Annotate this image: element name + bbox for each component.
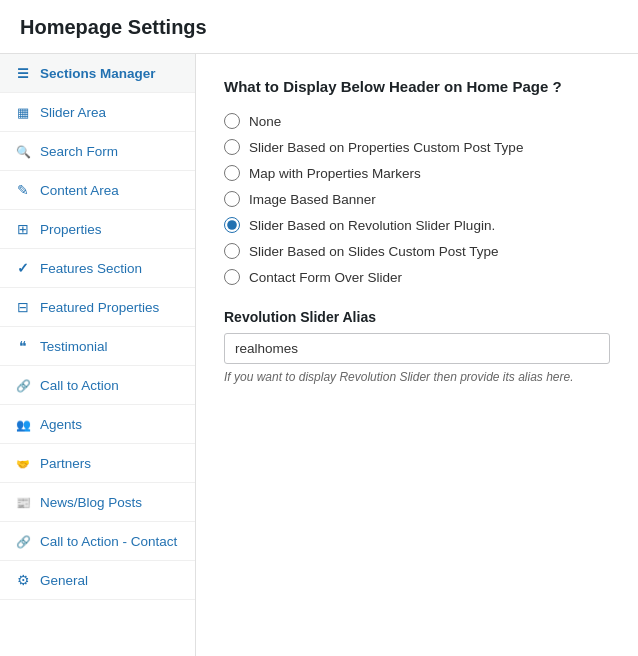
section-question: What to Display Below Header on Home Pag… xyxy=(224,78,610,95)
sidebar-label-general: General xyxy=(40,573,88,588)
sidebar-item-slider-area[interactable]: Slider Area xyxy=(0,93,195,132)
sidebar-label-content-area: Content Area xyxy=(40,183,119,198)
featured-icon xyxy=(14,299,32,315)
radio-revolution-slider[interactable] xyxy=(224,217,240,233)
sidebar-item-content-area[interactable]: Content Area xyxy=(0,171,195,210)
radio-label-none: None xyxy=(249,114,281,129)
radio-label-slides-custom: Slider Based on Slides Custom Post Type xyxy=(249,244,499,259)
sidebar-label-properties: Properties xyxy=(40,222,102,237)
radio-image-banner[interactable] xyxy=(224,191,240,207)
page-title: Homepage Settings xyxy=(0,0,638,54)
radio-item-revolution-slider[interactable]: Slider Based on Revolution Slider Plugin… xyxy=(224,217,610,233)
sidebar-item-general[interactable]: General xyxy=(0,561,195,600)
partners-icon xyxy=(14,455,32,471)
sidebar-item-sections-manager[interactable]: Sections Manager xyxy=(0,54,195,93)
radio-item-contact-form-slider[interactable]: Contact Form Over Slider xyxy=(224,269,610,285)
sidebar-item-news-blog-posts[interactable]: News/Blog Posts xyxy=(0,483,195,522)
radio-group: NoneSlider Based on Properties Custom Po… xyxy=(224,113,610,285)
radio-label-map-markers: Map with Properties Markers xyxy=(249,166,421,181)
sidebar-label-search-form: Search Form xyxy=(40,144,118,159)
radio-label-image-banner: Image Based Banner xyxy=(249,192,376,207)
sidebar-label-testimonial: Testimonial xyxy=(40,339,108,354)
news-icon xyxy=(14,494,32,510)
sidebar-item-testimonial[interactable]: Testimonial xyxy=(0,327,195,366)
page-wrapper: Homepage Settings Sections ManagerSlider… xyxy=(0,0,638,656)
sidebar-item-partners[interactable]: Partners xyxy=(0,444,195,483)
sidebar-label-news-blog-posts: News/Blog Posts xyxy=(40,495,142,510)
sidebar-label-agents: Agents xyxy=(40,417,82,432)
radio-item-slides-custom[interactable]: Slider Based on Slides Custom Post Type xyxy=(224,243,610,259)
sidebar-item-featured-properties[interactable]: Featured Properties xyxy=(0,288,195,327)
sidebar-label-features-section: Features Section xyxy=(40,261,142,276)
sidebar-label-call-to-action: Call to Action xyxy=(40,378,119,393)
content-panel: What to Display Below Header on Home Pag… xyxy=(196,54,638,656)
sidebar-item-properties[interactable]: Properties xyxy=(0,210,195,249)
radio-none[interactable] xyxy=(224,113,240,129)
radio-item-none[interactable]: None xyxy=(224,113,610,129)
alias-input[interactable] xyxy=(224,333,610,364)
sidebar-label-sections-manager: Sections Manager xyxy=(40,66,156,81)
alias-hint: If you want to display Revolution Slider… xyxy=(224,370,610,384)
sidebar-item-call-to-action-contact[interactable]: Call to Action - Contact xyxy=(0,522,195,561)
main-layout: Sections ManagerSlider AreaSearch FormCo… xyxy=(0,54,638,656)
sidebar-item-search-form[interactable]: Search Form xyxy=(0,132,195,171)
sidebar-item-agents[interactable]: Agents xyxy=(0,405,195,444)
sidebar-item-call-to-action[interactable]: Call to Action xyxy=(0,366,195,405)
sidebar: Sections ManagerSlider AreaSearch FormCo… xyxy=(0,54,196,656)
sidebar-item-features-section[interactable]: Features Section xyxy=(0,249,195,288)
menu-icon xyxy=(14,65,32,81)
quote-icon xyxy=(14,338,32,354)
link-icon xyxy=(14,377,32,393)
search-icon xyxy=(14,143,32,159)
cta-contact-icon xyxy=(14,533,32,549)
radio-label-contact-form-slider: Contact Form Over Slider xyxy=(249,270,402,285)
sidebar-label-call-to-action-contact: Call to Action - Contact xyxy=(40,534,177,549)
radio-item-image-banner[interactable]: Image Based Banner xyxy=(224,191,610,207)
radio-label-slider-properties: Slider Based on Properties Custom Post T… xyxy=(249,140,523,155)
radio-slider-properties[interactable] xyxy=(224,139,240,155)
agents-icon xyxy=(14,416,32,432)
sidebar-label-slider-area: Slider Area xyxy=(40,105,106,120)
gear-icon xyxy=(14,572,32,588)
slider-icon xyxy=(14,104,32,120)
radio-map-markers[interactable] xyxy=(224,165,240,181)
radio-item-slider-properties[interactable]: Slider Based on Properties Custom Post T… xyxy=(224,139,610,155)
alias-field-group: Revolution Slider Alias If you want to d… xyxy=(224,309,610,384)
sidebar-label-featured-properties: Featured Properties xyxy=(40,300,159,315)
sidebar-label-partners: Partners xyxy=(40,456,91,471)
radio-slides-custom[interactable] xyxy=(224,243,240,259)
alias-field-label: Revolution Slider Alias xyxy=(224,309,610,325)
check-icon xyxy=(14,260,32,276)
radio-label-revolution-slider: Slider Based on Revolution Slider Plugin… xyxy=(249,218,495,233)
edit-icon xyxy=(14,182,32,198)
radio-item-map-markers[interactable]: Map with Properties Markers xyxy=(224,165,610,181)
grid-icon xyxy=(14,221,32,237)
radio-contact-form-slider[interactable] xyxy=(224,269,240,285)
